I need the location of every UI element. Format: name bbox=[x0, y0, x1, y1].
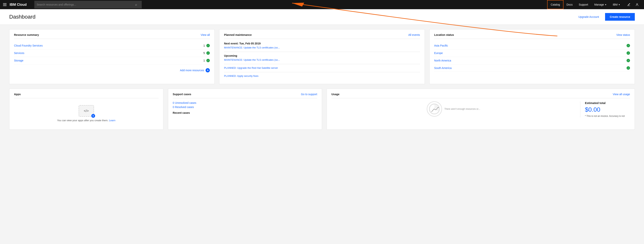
bottom-row: Apps </> + You can view your apps after … bbox=[9, 89, 635, 130]
all-events-link[interactable]: All events bbox=[408, 33, 420, 36]
resolved-cases-link[interactable]: 0 Resolved cases bbox=[173, 106, 318, 109]
table-row: Services 5 ✓ bbox=[14, 49, 210, 57]
estimated-note: * This is not an invoice. Accuracy is no… bbox=[585, 115, 630, 117]
top-navigation: IBM Cloud ⌕ Catalog Docs Support Manage … bbox=[0, 0, 644, 9]
next-event-link[interactable]: MAINTENANCE: Update the TLS certificates… bbox=[224, 46, 420, 49]
apps-title: Apps bbox=[14, 93, 21, 96]
location-europe[interactable]: Europe bbox=[434, 51, 443, 55]
location-status-badge-0: ✓ bbox=[626, 44, 630, 47]
nav-support[interactable]: Support bbox=[576, 0, 591, 9]
event-divider bbox=[224, 52, 420, 52]
usage-chart bbox=[427, 101, 442, 117]
location-status-card: Location status View status Asia Pacific… bbox=[430, 29, 635, 84]
view-all-usage-link[interactable]: View all usage bbox=[613, 93, 630, 96]
table-row: Cloud Foundry Services 1 ✓ bbox=[14, 42, 210, 49]
add-more-icon: + bbox=[206, 68, 210, 72]
resource-item-name-0[interactable]: Cloud Foundry Services bbox=[14, 44, 42, 47]
planned-maintenance-title: Planned maintenance bbox=[224, 33, 252, 36]
edit-icon-button[interactable] bbox=[625, 0, 632, 9]
brand-name: IBM Cloud bbox=[10, 3, 27, 7]
status-badge-0: ✓ bbox=[206, 44, 210, 47]
resource-count-2: 1 bbox=[204, 59, 205, 62]
resource-item-right-2: 1 ✓ bbox=[204, 59, 210, 62]
planned-maintenance-header: Planned maintenance All events bbox=[224, 33, 420, 39]
nav-docs[interactable]: Docs bbox=[564, 0, 576, 9]
resource-item-right-1: 5 ✓ bbox=[204, 51, 210, 55]
upcoming-item-0[interactable]: MAINTENANCE: Update the TLS certificates… bbox=[224, 58, 420, 61]
dashboard-content: Resource summary View all Cloud Foundry … bbox=[0, 25, 644, 134]
upgrade-account-button[interactable]: Upgrade Account bbox=[575, 14, 602, 20]
location-north-america[interactable]: North America bbox=[434, 59, 451, 62]
apps-add-badge: + bbox=[91, 114, 95, 118]
resource-item-right-0: 1 ✓ bbox=[204, 44, 210, 47]
manage-caret-icon: ▼ bbox=[605, 4, 606, 6]
usage-card-header: Usage View all usage bbox=[332, 93, 630, 98]
usage-chart-area: There aren't enough resources or... bbox=[332, 101, 576, 117]
status-badge-2: ✓ bbox=[206, 59, 210, 62]
page-title: Dashboard bbox=[9, 14, 36, 20]
nav-catalog[interactable]: Catalog bbox=[547, 0, 563, 9]
apps-card-header: Apps bbox=[14, 93, 158, 98]
top-row: Resource summary View all Cloud Foundry … bbox=[9, 29, 635, 84]
usage-card: Usage View all usage There aren't enough… bbox=[326, 89, 635, 130]
resource-item-name-1[interactable]: Services bbox=[14, 51, 24, 55]
support-cases-header: Support cases Go to support bbox=[173, 93, 318, 98]
support-cases-card: Support cases Go to support 0 Unresolved… bbox=[168, 89, 322, 130]
apps-empty-state: </> + You can view your apps after you c… bbox=[14, 101, 158, 126]
location-status-title: Location status bbox=[434, 33, 454, 36]
nav-manage[interactable]: Manage ▼ bbox=[591, 0, 610, 9]
upcoming-title: Upcoming bbox=[224, 54, 420, 57]
table-row: Storage 1 ✓ bbox=[14, 57, 210, 64]
resource-count-0: 1 bbox=[204, 44, 205, 47]
location-status-badge-2: ✓ bbox=[626, 59, 630, 62]
resource-items-list: Cloud Foundry Services 1 ✓ Services 5 ✓ … bbox=[14, 42, 210, 64]
header-actions: Upgrade Account Create resource bbox=[575, 13, 635, 21]
resource-count-1: 5 bbox=[204, 51, 205, 55]
user-icon-button[interactable] bbox=[633, 0, 641, 9]
add-more-resources-link[interactable]: Add more resources + bbox=[14, 68, 210, 72]
resource-summary-title: Resource summary bbox=[14, 33, 39, 36]
svg-point-0 bbox=[636, 3, 638, 4]
list-item: South America ✓ bbox=[434, 64, 630, 72]
recent-cases-title: Recent cases bbox=[173, 111, 318, 114]
estimated-amount: $0.00 bbox=[585, 106, 630, 113]
unresolved-cases-link[interactable]: 0 Unresolved cases bbox=[173, 101, 318, 104]
dashboard-header: Dashboard Upgrade Account Create resourc… bbox=[0, 9, 644, 25]
location-asia-pacific[interactable]: Asia Pacific bbox=[434, 44, 448, 47]
nav-icons bbox=[625, 0, 641, 9]
search-wrapper: ⌕ bbox=[34, 1, 142, 8]
upcoming-item-1[interactable]: PLANNED: Upgrade the Red Hat Satellite s… bbox=[224, 66, 420, 69]
estimated-total-label: Estimated total bbox=[585, 101, 630, 105]
support-cases-title: Support cases bbox=[173, 93, 191, 96]
resource-summary-view-all[interactable]: View all bbox=[200, 33, 210, 36]
apps-learn-link[interactable]: Learn bbox=[109, 119, 115, 122]
nav-ibm[interactable]: IBM ▼ bbox=[610, 0, 623, 9]
go-to-support-link[interactable]: Go to support bbox=[301, 93, 317, 96]
location-status-header: Location status View status bbox=[434, 33, 630, 39]
usage-empty-text: There aren't enough resources or... bbox=[444, 108, 480, 110]
apps-card: Apps </> + You can view your apps after … bbox=[9, 89, 164, 130]
search-input[interactable] bbox=[37, 3, 133, 6]
ibm-caret-icon: ▼ bbox=[618, 4, 620, 6]
event-divider-2 bbox=[224, 64, 420, 64]
list-item: North America ✓ bbox=[434, 57, 630, 64]
apps-code-icon: </> + bbox=[79, 105, 94, 117]
nav-links: Catalog Docs Support Manage ▼ IBM ▼ bbox=[547, 0, 623, 9]
view-status-link[interactable]: View status bbox=[616, 33, 630, 36]
resource-item-name-2[interactable]: Storage bbox=[14, 59, 24, 62]
search-icon: ⌕ bbox=[135, 3, 137, 6]
usage-title: Usage bbox=[332, 93, 340, 96]
location-south-america[interactable]: South America bbox=[434, 66, 452, 69]
list-item: Asia Pacific ✓ bbox=[434, 42, 630, 49]
usage-summary: Estimated total $0.00 * This is not an i… bbox=[580, 101, 630, 117]
list-item: Europe ✓ bbox=[434, 49, 630, 57]
create-resource-button[interactable]: Create resource bbox=[605, 13, 635, 21]
next-event-title: Next event: Tue, Feb 05 2019 bbox=[224, 42, 420, 45]
status-badge-1: ✓ bbox=[206, 51, 210, 55]
event-divider-3 bbox=[224, 72, 420, 72]
resource-summary-card: Resource summary View all Cloud Foundry … bbox=[9, 29, 214, 84]
location-status-badge-3: ✓ bbox=[626, 66, 630, 70]
upcoming-item-2[interactable]: PLANNED: Apply security fixes bbox=[224, 74, 420, 77]
usage-inner: There aren't enough resources or... Esti… bbox=[332, 101, 630, 117]
hamburger-menu[interactable] bbox=[3, 3, 6, 6]
